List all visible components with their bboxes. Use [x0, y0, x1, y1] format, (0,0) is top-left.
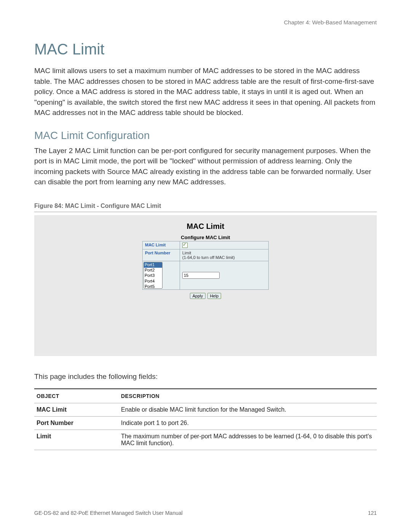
mac-limit-label: MAC Limit — [143, 241, 180, 249]
port-option[interactable]: Port3 — [144, 273, 162, 278]
port-option[interactable]: Port5 — [144, 284, 162, 289]
footer-page-number: 121 — [368, 510, 377, 516]
port-option[interactable]: Port4 — [144, 279, 162, 284]
page-footer: GE-DS-82 and 82-PoE Ethernet Managed Swi… — [34, 510, 377, 516]
panel-title: MAC Limit — [80, 222, 331, 231]
field-object: Limit — [34, 430, 119, 450]
config-table: MAC Limit Port Number Limit (1-64,0 to t… — [142, 241, 269, 290]
field-object: MAC Limit — [34, 403, 119, 417]
mac-limit-checkbox[interactable] — [182, 243, 188, 248]
intro-paragraph: MAC limit allows users to set a maximum … — [34, 66, 377, 118]
port-number-select[interactable]: Port1 Port2 Port3 Port4 Port5 — [143, 262, 162, 289]
table-row: MAC Limit Enable or disable MAC limit fu… — [34, 403, 377, 417]
figure-panel: MAC Limit Configure MAC Limit MAC Limit … — [34, 215, 377, 356]
table-row: Port Number Indicate port 1 to port 26. — [34, 417, 377, 430]
limit-field-label: Limit — [182, 251, 191, 255]
panel-subtitle: Configure MAC Limit — [80, 235, 331, 240]
limit-input[interactable] — [182, 272, 220, 279]
figure-caption: Figure 84: MAC Limit - Configure MAC Lim… — [34, 203, 377, 212]
config-paragraph: The Layer 2 MAC Limit function can be pe… — [34, 145, 377, 187]
field-description: Enable or disable MAC limit function for… — [119, 403, 377, 417]
page-title: MAC Limit — [34, 41, 377, 58]
document-page: Chapter 4: Web-Based Management MAC Limi… — [0, 0, 411, 532]
col-object: Object — [34, 389, 119, 403]
apply-button[interactable]: Apply — [190, 293, 206, 299]
table-row: Limit The maximum number of per-port MAC… — [34, 430, 377, 450]
col-description: Description — [119, 389, 377, 403]
field-object: Port Number — [34, 417, 119, 430]
limit-field-hint: (1-64,0 to turn off MAC limit) — [182, 255, 235, 260]
footer-manual: GE-DS-82 and 82-PoE Ethernet Managed Swi… — [34, 510, 183, 516]
field-description: The maximum number of per-port MAC addre… — [119, 430, 377, 450]
port-number-label: Port Number — [143, 249, 180, 261]
field-description: Indicate port 1 to port 26. — [119, 417, 377, 430]
port-option[interactable]: Port1 — [144, 262, 162, 268]
chapter-header: Chapter 4: Web-Based Management — [34, 19, 377, 26]
fields-intro: This page includes the following fields: — [34, 371, 377, 382]
port-option[interactable]: Port2 — [144, 268, 162, 273]
section-subtitle: MAC Limit Configuration — [34, 129, 377, 142]
help-button[interactable]: Help — [207, 293, 221, 299]
fields-table: Object Description MAC Limit Enable or d… — [34, 388, 377, 450]
